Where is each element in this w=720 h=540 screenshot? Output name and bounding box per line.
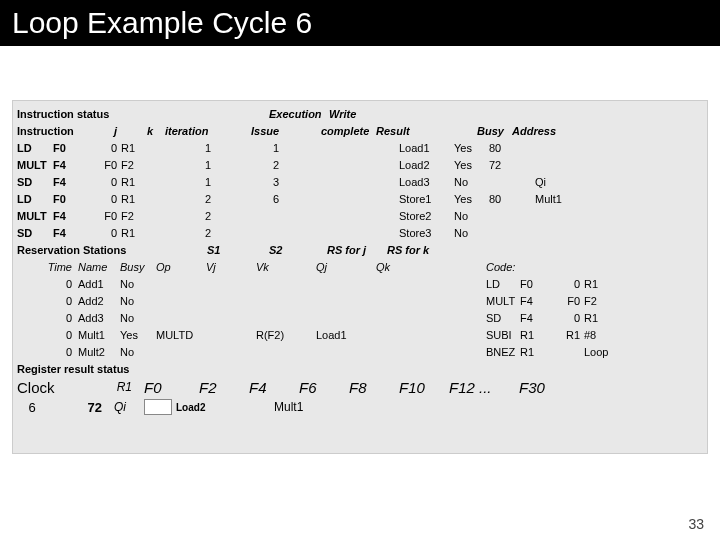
label-vj: Vj (206, 261, 256, 273)
code-op: LD (486, 278, 520, 290)
rs-name: Mult2 (78, 346, 120, 358)
code-a: F0 (520, 278, 550, 290)
reg-f6: F6 (299, 379, 349, 396)
inst-j: 0 (77, 193, 121, 205)
load-busy: No (454, 176, 489, 188)
label-r1: R1 (72, 380, 144, 394)
inst-k: F2 (121, 159, 151, 171)
label-s2: S2 (269, 244, 327, 256)
reg-f8: F8 (349, 379, 399, 396)
rs-busy: No (120, 295, 156, 307)
inst-dest: F4 (53, 210, 77, 222)
reg-f2: F2 (199, 379, 249, 396)
rs-busy: Yes (120, 329, 156, 341)
label-iteration: iteration (159, 125, 243, 137)
load-busy: No (454, 210, 489, 222)
code-b: 0 (550, 278, 584, 290)
label-qk: Qk (376, 261, 426, 273)
code-op: BNEZ (486, 346, 520, 358)
code-op: SUBI (486, 329, 520, 341)
label-clock: Clock (17, 379, 72, 396)
r1-value: 72 (47, 400, 114, 415)
code-b: F0 (550, 295, 584, 307)
load-addr: 72 (489, 159, 535, 171)
code-a: R1 (520, 346, 550, 358)
reg-f30: F30 (519, 379, 569, 396)
load-name: Store1 (399, 193, 454, 205)
inst-iter: 1 (151, 142, 229, 154)
load-busy: Yes (454, 193, 489, 205)
code-a: F4 (520, 295, 550, 307)
label-reg-status: Register result status (17, 363, 129, 375)
load-name: Load2 (399, 159, 454, 171)
label-qj: Qj (316, 261, 376, 273)
code-op: MULT (486, 295, 520, 307)
inst-k: R1 (121, 142, 151, 154)
inst-iter: 2 (151, 227, 229, 239)
rs-time: 0 (17, 346, 78, 358)
inst-dest: F4 (53, 176, 77, 188)
label-rsj: RS for j (327, 244, 387, 256)
code-a: F4 (520, 312, 550, 324)
page-number: 33 (688, 516, 704, 532)
inst-op: MULT (17, 159, 53, 171)
rs-name: Mult1 (78, 329, 120, 341)
load-addr: 80 (489, 193, 535, 205)
inst-j: 0 (77, 142, 121, 154)
label-s1: S1 (207, 244, 269, 256)
inst-issue: 6 (229, 193, 299, 205)
label-name: Name (78, 261, 120, 273)
label-write: Write (329, 108, 379, 120)
inst-op: LD (17, 142, 53, 154)
load-busy: No (454, 227, 489, 239)
load-name: Store2 (399, 210, 454, 222)
label-j: j (79, 125, 123, 137)
label-busy: Busy (477, 125, 512, 137)
code-c: R1 (584, 312, 624, 324)
rs-time: 0 (17, 329, 78, 341)
rs-busy: No (120, 278, 156, 290)
label-instruction: Instruction (17, 125, 79, 137)
load-busy: Yes (454, 142, 489, 154)
label-qi: Qi (114, 400, 144, 414)
slide-title: Loop Example Cycle 6 (0, 0, 720, 46)
code-c: #8 (584, 329, 624, 341)
label-code: Code: (486, 261, 546, 273)
inst-iter: 2 (151, 210, 229, 222)
code-c: F2 (584, 295, 624, 307)
inst-op: SD (17, 176, 53, 188)
code-c: Loop (584, 346, 624, 358)
label-rs: Reservation Stations (17, 244, 207, 256)
load-qi: Qi (535, 176, 575, 188)
code-b: 0 (550, 312, 584, 324)
diagram-panel: Instruction status Execution Write Instr… (12, 100, 708, 454)
reg-f12: F12 ... (449, 379, 519, 396)
rs-time: 0 (17, 295, 78, 307)
label-busy2: Busy (120, 261, 156, 273)
rs-busy: No (120, 346, 156, 358)
reg-f4: F4 (249, 379, 299, 396)
load-name: Store3 (399, 227, 454, 239)
inst-op: LD (17, 193, 53, 205)
code-b: R1 (550, 329, 584, 341)
inst-dest: F0 (53, 142, 77, 154)
inst-op: SD (17, 227, 53, 239)
reg-f0: F0 (144, 379, 199, 396)
inst-op: MULT (17, 210, 53, 222)
label-vk: Vk (256, 261, 316, 273)
rs-name: Add1 (78, 278, 120, 290)
label-instr-status: Instruction status (17, 108, 205, 120)
rs-op: MULTD (156, 329, 206, 341)
inst-j: 0 (77, 227, 121, 239)
inst-k: F2 (121, 210, 151, 222)
inst-issue: 1 (229, 142, 299, 154)
rs-time: 0 (17, 278, 78, 290)
clock-value: 6 (17, 400, 47, 415)
load-qi: Mult1 (535, 193, 575, 205)
inst-iter: 2 (151, 193, 229, 205)
inst-issue: 2 (229, 159, 299, 171)
load-name: Load1 (399, 142, 454, 154)
rs-time: 0 (17, 312, 78, 324)
inst-iter: 1 (151, 176, 229, 188)
label-time: Time (17, 261, 78, 273)
